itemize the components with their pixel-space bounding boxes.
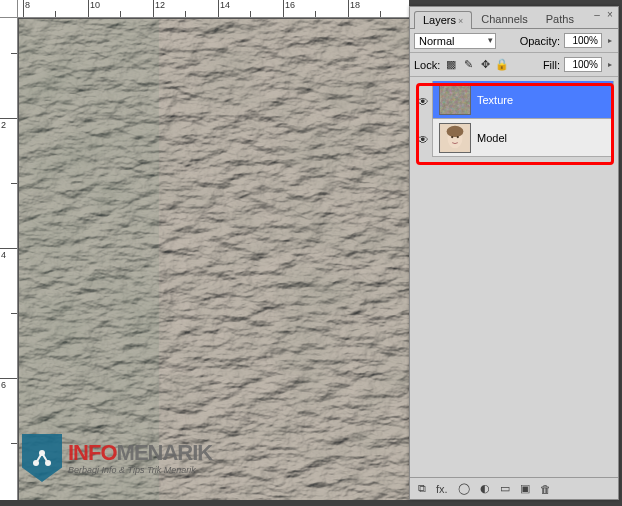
layers-panel: – × Layers× Channels Paths Normal Opacit…	[409, 6, 619, 500]
layer-thumbnail[interactable]	[439, 123, 471, 153]
visibility-toggle[interactable]: 👁	[414, 121, 432, 159]
new-group-icon[interactable]: ▭	[500, 482, 510, 495]
panel-tabs: Layers× Channels Paths	[410, 7, 618, 29]
layers-list: 👁 👁 Texture Model	[410, 77, 618, 477]
layer-name[interactable]: Model	[477, 132, 507, 144]
ruler-horizontal[interactable]: 8 10 12 14 16 18	[18, 0, 409, 18]
new-layer-icon[interactable]: ▣	[520, 482, 530, 495]
visibility-toggle[interactable]: 👁	[414, 83, 432, 121]
layer-mask-icon[interactable]: ◯	[458, 482, 470, 495]
ruler-h-10: 10	[90, 0, 100, 10]
watermark-shield-icon	[22, 434, 62, 482]
lock-transparency-icon[interactable]: ▩	[444, 58, 458, 71]
chevron-right-icon[interactable]: ▸	[606, 36, 614, 45]
lock-all-icon[interactable]: 🔒	[495, 58, 509, 71]
tab-channels[interactable]: Channels	[472, 10, 536, 28]
ruler-v-6: 6	[1, 380, 6, 390]
layer-row-model[interactable]: Model	[432, 119, 614, 157]
svg-point-12	[451, 135, 453, 137]
tab-paths[interactable]: Paths	[537, 10, 583, 28]
layer-row-texture[interactable]: Texture	[432, 81, 614, 119]
layer-thumbnail[interactable]	[439, 85, 471, 115]
ruler-v-2: 2	[1, 120, 6, 130]
document-window: 8 10 12 14 16 18 2 4 6	[0, 0, 409, 500]
delete-layer-icon[interactable]: 🗑	[540, 483, 551, 495]
blend-mode-select[interactable]: Normal	[414, 33, 496, 49]
chevron-right-icon[interactable]: ▸	[606, 60, 614, 69]
ruler-h-12: 12	[155, 0, 165, 10]
ruler-vertical[interactable]: 2 4 6	[0, 18, 18, 500]
fill-label: Fill:	[543, 59, 560, 71]
layer-fx-icon[interactable]: fx.	[436, 483, 448, 495]
tab-layers[interactable]: Layers×	[414, 11, 472, 29]
opacity-input[interactable]: 100%	[564, 33, 602, 48]
panel-close-icon[interactable]: ×	[604, 9, 616, 21]
link-layers-icon[interactable]: ⧉	[418, 482, 426, 495]
ruler-h-16: 16	[285, 0, 295, 10]
lock-pixels-icon[interactable]: ✎	[461, 58, 475, 71]
adjustment-layer-icon[interactable]: ◐	[480, 482, 490, 495]
layers-panel-footer: ⧉ fx. ◯ ◐ ▭ ▣ 🗑	[410, 477, 618, 499]
watermark: INFOMENARIK Berbagi Info & Tips Trik Men…	[22, 434, 212, 482]
layer-name[interactable]: Texture	[477, 94, 513, 106]
ruler-origin[interactable]	[0, 0, 18, 18]
svg-point-11	[447, 125, 464, 136]
watermark-tagline: Berbagi Info & Tips Trik Menarik	[68, 466, 212, 475]
lock-label: Lock:	[414, 59, 440, 71]
fill-input[interactable]: 100%	[564, 57, 602, 72]
canvas[interactable]	[19, 19, 409, 500]
close-icon[interactable]: ×	[458, 16, 463, 26]
watermark-title: INFOMENARIK	[68, 442, 212, 464]
ruler-h-14: 14	[220, 0, 230, 10]
svg-rect-3	[19, 19, 159, 500]
ruler-h-18: 18	[350, 0, 360, 10]
lock-position-icon[interactable]: ✥	[478, 58, 492, 71]
ruler-h-8: 8	[25, 0, 30, 10]
svg-rect-8	[440, 86, 470, 114]
svg-point-13	[457, 135, 459, 137]
panel-minimize-icon[interactable]: –	[591, 9, 603, 21]
ruler-v-4: 4	[1, 250, 6, 260]
opacity-label: Opacity:	[520, 35, 560, 47]
